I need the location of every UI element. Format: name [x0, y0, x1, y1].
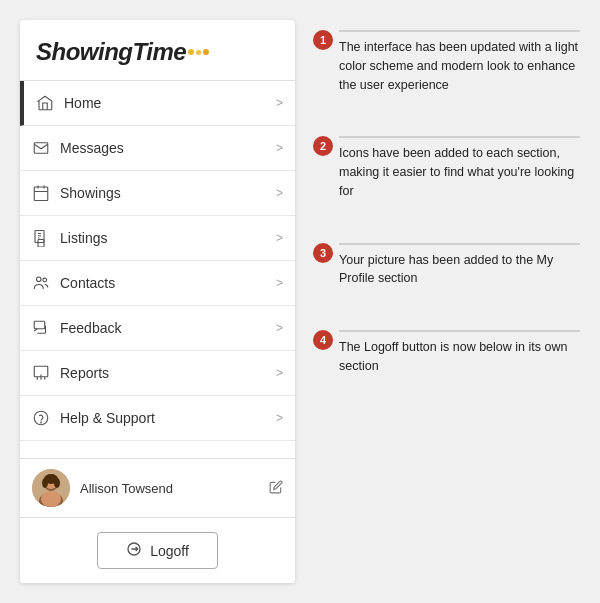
sidebar-item-contacts[interactable]: Contacts >	[20, 261, 295, 306]
logo: ShowingTime	[36, 38, 279, 66]
profile-name: Allison Towsend	[80, 481, 269, 496]
home-icon	[34, 92, 56, 114]
annotation-line-1	[339, 30, 580, 32]
annotation-4: 4 The Logoff button is now below in its …	[313, 330, 580, 384]
reports-arrow: >	[276, 366, 283, 380]
sidebar: ShowingTime Home >	[20, 20, 295, 583]
logoff-icon	[126, 541, 142, 560]
help-arrow: >	[276, 411, 283, 425]
contacts-arrow: >	[276, 276, 283, 290]
annotation-2: 2 Icons have been added to each section,…	[313, 136, 580, 208]
logo-showing: Showing	[36, 38, 132, 65]
annotation-line-2	[339, 136, 580, 138]
svg-point-14	[41, 491, 61, 507]
svg-rect-3	[38, 240, 44, 248]
annotation-text-4: The Logoff button is now below in its ow…	[339, 338, 580, 384]
showings-icon	[30, 182, 52, 204]
logo-dots	[188, 49, 209, 55]
sidebar-item-showings[interactable]: Showings >	[20, 171, 295, 216]
logo-time: Time	[132, 38, 186, 65]
sidebar-item-messages[interactable]: Messages >	[20, 126, 295, 171]
profile-area[interactable]: Allison Towsend	[20, 458, 295, 518]
edit-icon[interactable]	[269, 480, 283, 497]
sidebar-item-home[interactable]: Home >	[20, 81, 295, 126]
sidebar-item-feedback[interactable]: Feedback >	[20, 306, 295, 351]
annotation-text-3: Your picture has been added to the My Pr…	[339, 251, 580, 297]
svg-point-17	[54, 478, 60, 488]
sidebar-item-home-label: Home	[64, 95, 276, 111]
nav-menu: Home > Messages > Showings >	[20, 81, 295, 458]
sidebar-item-listings-label: Listings	[60, 230, 276, 246]
badge-3: 3	[313, 243, 333, 263]
logoff-label: Logoff	[150, 543, 189, 559]
badge-1: 1	[313, 30, 333, 50]
listings-arrow: >	[276, 231, 283, 245]
annotation-text-2: Icons have been added to each section, m…	[339, 144, 580, 208]
logoff-button[interactable]: Logoff	[97, 532, 218, 569]
annotation-text-1: The interface has been updated with a li…	[339, 38, 580, 102]
svg-point-9	[41, 422, 42, 423]
contacts-icon	[30, 272, 52, 294]
sidebar-item-listings[interactable]: Listings >	[20, 216, 295, 261]
svg-point-16	[42, 478, 48, 488]
logoff-area: Logoff	[20, 518, 295, 583]
reports-icon	[30, 362, 52, 384]
logo-area: ShowingTime	[20, 20, 295, 81]
avatar	[32, 469, 70, 507]
sidebar-item-reports[interactable]: Reports >	[20, 351, 295, 396]
svg-rect-1	[34, 187, 48, 201]
sidebar-item-contacts-label: Contacts	[60, 275, 276, 291]
listings-icon	[30, 227, 52, 249]
svg-rect-0	[34, 143, 48, 154]
sidebar-item-help-label: Help & Support	[60, 410, 276, 426]
svg-point-4	[37, 277, 42, 282]
badge-4: 4	[313, 330, 333, 350]
svg-point-5	[43, 278, 47, 282]
home-arrow: >	[276, 96, 283, 110]
avatar-image	[32, 469, 70, 507]
annotation-3: 3 Your picture has been added to the My …	[313, 243, 580, 297]
annotations-panel: 1 The interface has been updated with a …	[295, 20, 580, 583]
svg-rect-2	[35, 231, 44, 243]
messages-arrow: >	[276, 141, 283, 155]
svg-rect-6	[34, 321, 45, 329]
sidebar-item-messages-label: Messages	[60, 140, 276, 156]
annotation-1: 1 The interface has been updated with a …	[313, 30, 580, 102]
sidebar-item-help[interactable]: Help & Support >	[20, 396, 295, 441]
showings-arrow: >	[276, 186, 283, 200]
sidebar-item-showings-label: Showings	[60, 185, 276, 201]
sidebar-item-feedback-label: Feedback	[60, 320, 276, 336]
messages-icon	[30, 137, 52, 159]
badge-2: 2	[313, 136, 333, 156]
annotation-line-4	[339, 330, 580, 332]
help-icon	[30, 407, 52, 429]
sidebar-item-reports-label: Reports	[60, 365, 276, 381]
annotation-line-3	[339, 243, 580, 245]
feedback-arrow: >	[276, 321, 283, 335]
feedback-icon	[30, 317, 52, 339]
